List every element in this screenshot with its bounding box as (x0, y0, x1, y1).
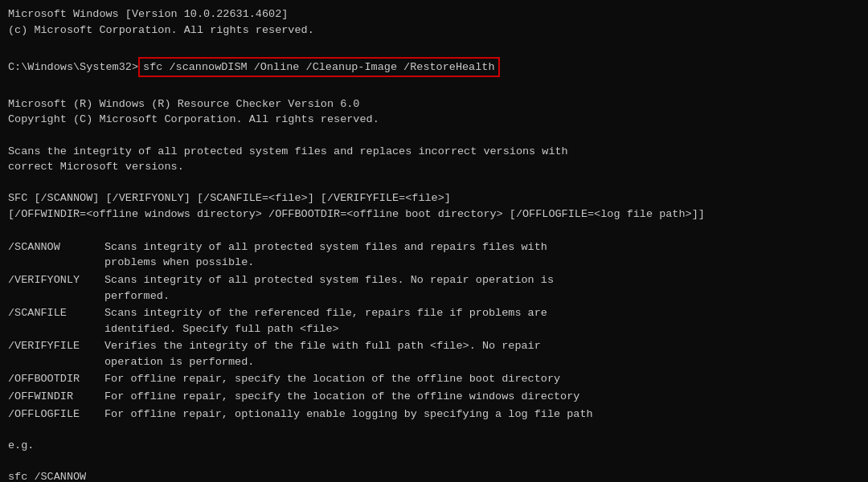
syntax-line2: [/OFFWINDIR=<offline windows directory> … (8, 206, 860, 223)
prompt-text: C:\Windows\System32> (8, 61, 138, 73)
blank-line-1 (8, 38, 860, 54)
sfc-header1: Microsoft (R) Windows (R) Resource Check… (8, 96, 860, 112)
option-verifyfile: /VERIFYFILE Verifies the integrity of th… (8, 338, 860, 354)
eg-line1: sfc /SCANNOW (8, 469, 860, 482)
blank-line-7 (8, 453, 860, 469)
option-name-offlogfile: /OFFLOGFILE (8, 406, 104, 423)
option-desc-offlogfile: For offline repair, optionally enable lo… (104, 406, 860, 423)
syntax-line1: SFC [/SCANNOW] [/VERIFYONLY] [/SCANFILE=… (8, 190, 860, 206)
command-box: sfc /scannowDISM /Online /Cleanup-Image … (138, 57, 499, 78)
option-verifyfile-cont: operation is performed. (104, 354, 860, 370)
option-scannow: /SCANNOW Scans integrity of all protecte… (8, 239, 860, 255)
blank-line-4 (8, 175, 860, 191)
option-desc-scanfile: Scans integrity of the referenced file, … (104, 305, 860, 321)
blank-line-2 (8, 80, 860, 96)
command-prompt-line: C:\Windows\System32>sfc /scannowDISM /On… (8, 54, 860, 81)
line-version: Microsoft Windows [Version 10.0.22631.46… (8, 6, 860, 22)
blank-line-6 (8, 422, 860, 438)
option-desc-verifyonly: Scans integrity of all protected system … (104, 272, 860, 288)
option-scanfile: /SCANFILE Scans integrity of the referen… (8, 305, 860, 321)
option-desc-scannow: Scans integrity of all protected system … (104, 239, 860, 255)
option-name-scannow: /SCANNOW (8, 239, 104, 255)
option-name-verifyfile: /VERIFYFILE (8, 338, 104, 354)
option-name-verifyonly: /VERIFYONLY (8, 272, 104, 288)
eg-label: e.g. (8, 438, 860, 454)
option-name-offwindir: /OFFWINDIR (8, 389, 104, 405)
desc-line1: Scans the integrity of all protected sys… (8, 144, 860, 160)
blank-line-5 (8, 222, 860, 238)
option-offbootdir: /OFFBOOTDIR For offline repair, specify … (8, 371, 860, 387)
desc-line2: correct Microsoft versions. (8, 159, 860, 175)
option-name-scanfile: /SCANFILE (8, 305, 104, 321)
option-desc-offwindir: For offline repair, specify the location… (104, 389, 860, 405)
blank-line-3 (8, 128, 860, 144)
option-verifyonly: /VERIFYONLY Scans integrity of all prote… (8, 272, 860, 288)
option-name-offbootdir: /OFFBOOTDIR (8, 371, 104, 387)
option-offlogfile: /OFFLOGFILE For offline repair, optional… (8, 406, 860, 423)
option-desc-offbootdir: For offline repair, specify the location… (104, 371, 860, 387)
terminal-window: Microsoft Windows [Version 10.0.22631.46… (8, 6, 860, 482)
line-copyright: (c) Microsoft Corporation. All rights re… (8, 22, 860, 39)
option-scannow-cont: problems when possible. (104, 255, 860, 271)
option-offwindir: /OFFWINDIR For offline repair, specify t… (8, 389, 860, 405)
option-verifyonly-cont: performed. (104, 288, 860, 304)
options-list: /SCANNOW Scans integrity of all protecte… (8, 239, 860, 422)
option-scanfile-cont: identified. Specify full path <file> (104, 321, 860, 337)
option-desc-verifyfile: Verifies the integrity of the file with … (104, 338, 860, 354)
sfc-header2: Copyright (C) Microsoft Corporation. All… (8, 112, 860, 128)
